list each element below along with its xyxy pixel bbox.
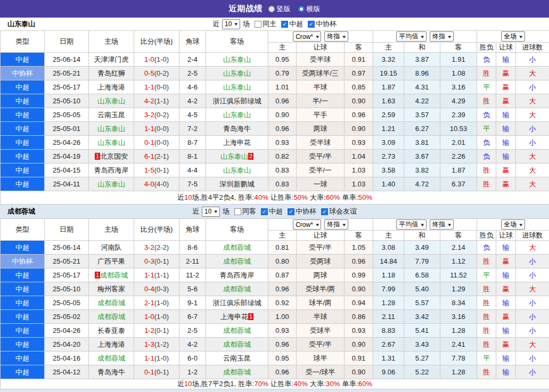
away-team: 成都蓉城 xyxy=(206,365,268,379)
team-name: 长春亚泰 xyxy=(97,326,125,334)
match-score: 1-3(1-2) xyxy=(134,338,179,352)
ah-home-odds: 0.79 xyxy=(268,67,297,80)
radio-circle-icon[interactable] xyxy=(298,6,305,12)
corner-count: 11-2 xyxy=(179,268,206,282)
ah-home-odds: 0.87 xyxy=(268,268,297,282)
col-header-eu-draw: 和 xyxy=(404,231,440,241)
half-time-score: (0-1) xyxy=(154,257,169,265)
match-date: 25-04-12 xyxy=(45,365,89,379)
checkbox-icon[interactable]: ✓ xyxy=(281,21,288,28)
checkbox-icon[interactable] xyxy=(234,208,241,215)
ah-line: 半球 xyxy=(297,310,345,324)
eu-home-odds: 2.59 xyxy=(373,108,404,122)
half-time-score: (0-3) xyxy=(154,285,169,293)
match-date: 25-05-05 xyxy=(45,296,89,310)
col-header-res-ah: 让球 xyxy=(496,43,516,53)
matches-label: 场 xyxy=(243,19,250,29)
chevron-down-icon: ▾ xyxy=(448,222,451,227)
result-scope-select[interactable]: 全场▾ xyxy=(501,219,525,230)
eu-away-odds: 8.34 xyxy=(440,296,477,310)
handicap-time-select[interactable]: 终指▾ xyxy=(324,31,348,42)
checkbox-icon[interactable]: ✓ xyxy=(308,21,315,28)
team-name: 梅州客家 xyxy=(97,285,125,293)
corner-count: 7-5 xyxy=(179,177,206,191)
match-score: 0-4(0-3) xyxy=(134,282,179,296)
match-count-select[interactable]: 10 ▾ xyxy=(202,207,220,217)
checkbox-icon[interactable]: ✓ xyxy=(321,208,328,215)
away-team: 成都蓉城 xyxy=(206,324,268,338)
europe-time-select[interactable]: 终指▾ xyxy=(430,31,454,42)
europe-source-select[interactable]: 平均值▾ xyxy=(396,219,427,230)
match-count-select[interactable]: 10 ▾ xyxy=(222,19,240,29)
match-row: 中超25-06-14天津津门虎1-0(1-0)2-4山东泰山0.95受半球0.9… xyxy=(1,53,549,67)
checkbox-label: 球会友谊 xyxy=(329,207,357,216)
result-goals: 小 xyxy=(516,255,549,268)
handicap-source-select[interactable]: Crow*▾ xyxy=(293,219,321,230)
ah-line: 受半/一 xyxy=(297,164,345,177)
ah-line: 受一/球半 xyxy=(297,365,345,379)
result-goals: 大 xyxy=(516,108,549,122)
checkbox-icon[interactable]: ✓ xyxy=(261,208,268,215)
col-header-res-wdl: 胜负 xyxy=(477,43,496,53)
match-score: 3-2(2-2) xyxy=(134,241,179,255)
full-time-score: 1-1 xyxy=(144,271,154,279)
ah-line: 球半 xyxy=(297,352,345,365)
eu-home-odds: 7.99 xyxy=(373,282,404,296)
eu-away-odds: 4.29 xyxy=(440,94,477,108)
filter-csl[interactable]: ✓ 中超 xyxy=(281,19,303,29)
full-time-score: 0-3 xyxy=(144,257,154,265)
checkbox-icon[interactable]: ✓ xyxy=(288,208,294,215)
team-name: 青岛海牛 xyxy=(97,368,125,376)
summary-text: 10 xyxy=(184,193,192,201)
eu-away-odds: 1.08 xyxy=(440,67,477,80)
match-date: 25-05-17 xyxy=(45,268,89,282)
radio-horizontal-layout[interactable]: 横版 xyxy=(298,4,321,14)
home-team: 青岛海牛 xyxy=(89,365,134,379)
match-date: 25-04-26 xyxy=(45,324,89,338)
result-scope-select[interactable]: 全场▾ xyxy=(501,31,525,42)
europe-source-select[interactable]: 平均值▾ xyxy=(396,31,427,42)
europe-time-select[interactable]: 终指▾ xyxy=(430,219,454,230)
summary-text: 近 xyxy=(177,380,184,388)
eu-away-odds: 2.14 xyxy=(440,241,477,255)
col-header-res-wdl: 胜负 xyxy=(477,231,496,241)
near-label: 近 xyxy=(192,207,199,216)
filter-club-friendly[interactable]: ✓ 球会友谊 xyxy=(321,207,357,216)
summary-text: 大率: xyxy=(308,193,326,201)
eu-away-odds: 1.29 xyxy=(440,282,477,296)
ah-line: 两球 xyxy=(297,122,345,136)
full-time-score: 1-5 xyxy=(144,166,154,174)
eu-draw-odds: 5.41 xyxy=(404,324,440,338)
ah-away-odds: 0.94 xyxy=(345,296,373,310)
col-header-corner: 角球 xyxy=(179,31,206,53)
match-row: 中超25-05-17上海海港1-1(0-0)4-6山东泰山1.01半球0.851… xyxy=(1,80,549,94)
checkbox-icon[interactable] xyxy=(255,21,261,28)
handicap-source-select[interactable]: Crow*▾ xyxy=(293,31,321,42)
team-name: 成都蓉城 xyxy=(97,354,125,362)
result-wdl: 胜 xyxy=(477,310,496,324)
half-time-score: (1-0) xyxy=(154,55,169,63)
result-goals: 小 xyxy=(516,296,549,310)
summary-text: 近 xyxy=(177,193,184,201)
col-header-type: 类型 xyxy=(1,219,45,241)
filter-fa-cup[interactable]: ✓ 中协杯 xyxy=(308,19,337,29)
match-type: 中超 xyxy=(1,53,45,67)
filter-same-away[interactable]: 同客 xyxy=(234,207,256,216)
red-card-badge: 1 xyxy=(95,153,100,160)
filter-same-home[interactable]: 同主 xyxy=(255,19,276,29)
filter-fa-cup[interactable]: ✓ 中协杯 xyxy=(288,207,316,216)
ah-away-odds: 0.93 xyxy=(345,136,373,150)
filter-csl[interactable]: ✓ 中超 xyxy=(261,207,283,216)
home-team: 成都蓉城 xyxy=(89,310,134,324)
match-type: 中协杯 xyxy=(1,67,45,80)
col-header-eu-away: 客 xyxy=(440,43,477,53)
radio-circle-icon[interactable] xyxy=(268,6,275,12)
col-header-home: 主场 xyxy=(89,219,134,241)
eu-away-odds: 1.12 xyxy=(440,255,477,268)
match-score: 0-5(0-2) xyxy=(134,67,179,80)
radio-vertical-layout[interactable]: 竖版 xyxy=(268,4,291,14)
home-team: 山东泰山 xyxy=(89,177,134,191)
handicap-time-select[interactable]: 终指▾ xyxy=(324,219,348,230)
eu-away-odds: 2.39 xyxy=(440,108,477,122)
team-name: 成都蓉城 xyxy=(97,299,125,307)
